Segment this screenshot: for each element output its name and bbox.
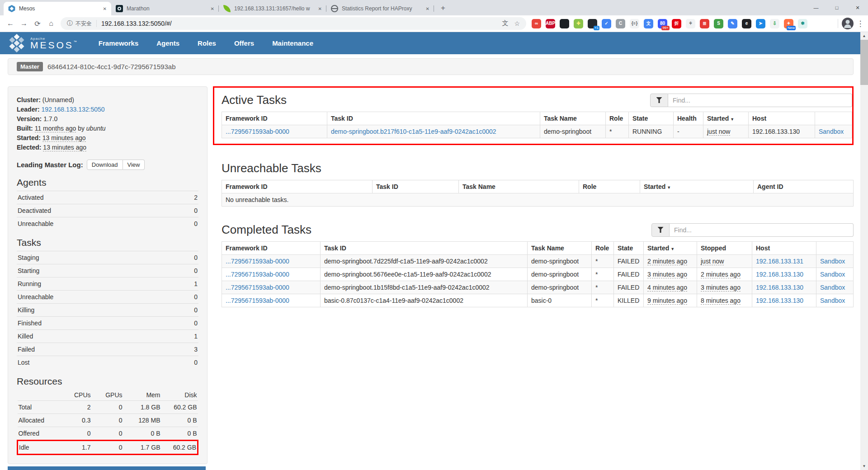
sandbox-link[interactable]: Sandbox [820,258,845,265]
extension-icon[interactable]: {≡} [630,19,639,28]
sandbox-link[interactable]: Sandbox [820,284,845,291]
host-link[interactable]: 192.168.133.130 [756,297,803,304]
column-header[interactable] [815,112,852,125]
sandbox-link[interactable]: Sandbox [820,271,845,278]
forward-icon[interactable]: → [17,17,31,30]
extension-icon[interactable]: ∞ [532,19,541,28]
column-header[interactable]: State [629,112,674,125]
nav-item[interactable]: Frameworks [90,39,147,47]
tab-close-icon[interactable] [211,6,214,11]
host-link[interactable]: 192.168.133.130 [756,284,803,291]
stat-value: 0 [176,217,198,230]
column-header[interactable]: Framework ID [222,112,327,125]
reload-icon[interactable]: ⟳ [31,17,44,30]
column-header[interactable]: State [614,242,644,255]
tab-close-icon[interactable] [318,6,322,11]
column-header[interactable]: Task Name [459,180,579,193]
column-header[interactable] [816,242,854,255]
column-header[interactable]: Task ID [373,180,459,193]
framework-link[interactable]: ...7295671593ab-0000 [226,258,289,265]
column-header[interactable]: Framework ID [222,242,321,255]
info-icon[interactable]: ⓘ [67,19,73,28]
maximize-button[interactable]: □ [826,0,847,15]
extension-icon[interactable]: ≣ [700,19,709,28]
address-bar[interactable]: ⓘ 不安全 192.168.133.132:5050/#/ 文 ☆ [61,17,526,30]
new-tab-button[interactable]: + [437,2,449,14]
framework-link[interactable]: ...7295671593ab-0000 [226,271,289,278]
column-header[interactable]: Task ID [327,112,540,125]
column-header[interactable]: Task Name [528,242,592,255]
nav-item[interactable]: Roles [189,39,225,47]
column-header[interactable]: Framework ID [222,180,373,193]
page-scrollbar[interactable]: ▲ ▼ [860,32,868,470]
framework-link[interactable]: ...7295671593ab-0000 [226,284,289,291]
extension-icon[interactable]: ABP [546,19,555,28]
minimize-button[interactable]: — [806,0,826,15]
column-header[interactable]: Role [579,180,640,193]
bookmark-star-icon[interactable]: ☆ [514,20,520,27]
view-log-button[interactable]: View [123,160,145,170]
extension-icon[interactable]: C [616,19,625,28]
extension-icon[interactable]: 文 [644,19,653,28]
extension-icon[interactable]: ⇩ [770,19,779,28]
extension-icon[interactable]: 80 99+ [658,19,667,28]
extension-icon[interactable]: ✎ [728,19,737,28]
extension-icon[interactable]: S [714,19,723,28]
host-link[interactable]: 192.168.133.131 [756,258,803,265]
tab-close-icon[interactable] [103,6,107,11]
extension-icon[interactable]: ➤ [756,19,765,28]
extension-icon[interactable]: ✦ New [784,19,793,28]
url-text[interactable]: 192.168.133.132:5050/#/ [101,20,502,27]
column-header[interactable]: Host [752,242,816,255]
column-header[interactable]: Task Name [540,112,606,125]
host-link[interactable]: 192.168.133.130 [756,271,803,278]
browser-tab[interactable]: 192.168.133.131:31657/hello w [219,2,326,15]
column-header-started[interactable]: Started▼ [644,242,697,255]
extension-icon[interactable]: e [742,19,751,28]
nav-item[interactable]: Maintenance [263,39,322,47]
scroll-down-arrow[interactable]: ▼ [860,462,868,470]
scrollbar-thumb[interactable] [860,40,868,85]
browser-menu-icon[interactable] [856,18,864,29]
find-input[interactable] [668,94,852,107]
extension-tile: ❄ [798,19,807,28]
nav-item[interactable]: Offers [225,39,263,47]
scroll-up-arrow[interactable]: ▲ [860,32,868,40]
download-log-button[interactable]: Download [87,160,123,170]
profile-avatar[interactable] [842,18,854,29]
tab-close-icon[interactable] [426,6,429,11]
framework-link[interactable]: ...7295671593ab-0000 [226,297,289,304]
framework-link[interactable]: ...7295671593ab-0000 [226,128,289,135]
extension-icon[interactable]: ✓ [602,19,611,28]
window-close-button[interactable]: ✕ [847,0,868,15]
leader-link[interactable]: 192.168.133.132:5050 [41,106,104,113]
table-header-row: Framework ID Task ID Task Name Role Stat… [222,112,852,125]
home-icon[interactable]: ⌂ [44,17,58,30]
mesos-logo[interactable]: Apache MESOS™ [8,33,79,53]
extension-icon[interactable]: ⚘ [686,19,695,28]
browser-tab[interactable]: Statistics Report for HAProxy [326,2,434,15]
column-header[interactable]: Agent ID [754,180,854,193]
extension-icon[interactable]: 折 [672,19,681,28]
extension-icon[interactable]: +1 [588,19,597,28]
extension-icon[interactable]: ❄ [798,19,807,28]
column-header[interactable]: Role [606,112,629,125]
browser-tab[interactable]: Marathon [111,2,219,15]
task-link[interactable]: demo-springboot.b217f610-c1a5-11e9-aaf9-… [331,128,496,135]
column-header[interactable]: Health [674,112,703,125]
back-icon[interactable]: ← [4,17,17,30]
find-input[interactable] [670,223,854,237]
browser-tab[interactable]: Mesos [4,2,111,15]
translate-icon[interactable]: 文 [502,19,508,28]
column-header[interactable]: Role [592,242,614,255]
column-header[interactable]: Stopped [697,242,752,255]
column-header-started[interactable]: Started▼ [703,112,749,125]
sandbox-link[interactable]: Sandbox [820,297,845,304]
extension-icon[interactable]: ✚ [574,19,583,28]
column-header[interactable]: Task ID [321,242,528,255]
column-header[interactable]: Host [749,112,815,125]
sandbox-link[interactable]: Sandbox [819,128,844,135]
nav-item[interactable]: Agents [147,39,189,47]
extension-icon[interactable] [560,19,569,28]
column-header-started[interactable]: Started▼ [640,180,754,193]
